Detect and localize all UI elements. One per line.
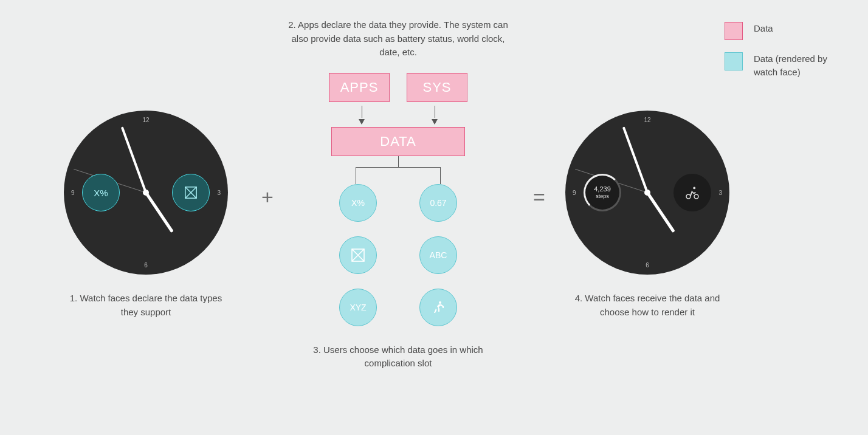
svg-point-9 [693, 187, 695, 189]
bubble-runner [419, 289, 457, 326]
plus-operator: + [261, 185, 274, 209]
equals-operator: = [533, 185, 545, 209]
stage-4: 12 3 6 9 4,239 steps 4. Watch faces rece… [559, 111, 735, 319]
svg-point-7 [686, 194, 691, 199]
source-row: APPS SYS [329, 73, 467, 102]
steps-value: 4,239 [594, 185, 611, 193]
watch-num-3: 3 [718, 190, 722, 196]
hour-hand [145, 192, 174, 233]
cyclist-icon [684, 185, 700, 200]
complication-steps: 4,239 steps [584, 174, 621, 211]
svg-point-6 [439, 301, 441, 304]
bubble-xyz: XYZ [339, 289, 377, 326]
apps-box: APPS [329, 73, 390, 102]
sys-box: SYS [407, 73, 467, 102]
split-connector [343, 156, 453, 184]
runner-icon [431, 300, 446, 315]
stage-1: 12 3 6 9 X% 1. Watch faces declare the d… [58, 111, 234, 319]
placeholder-box-icon [351, 248, 365, 262]
watch-face-rendered: 12 3 6 9 4,239 steps [565, 111, 729, 275]
complication-cycling [673, 174, 711, 211]
legend-row-data: Data [725, 22, 839, 40]
arrows-to-data [359, 106, 438, 125]
stage-2-caption: 2. Apps declare the data they provide. T… [283, 18, 514, 60]
legend-row-rendered: Data (rendered by watch face) [725, 52, 839, 79]
complication-percent-label: X% [94, 188, 108, 198]
watch-num-3: 3 [217, 190, 221, 196]
legend: Data Data (rendered by watch face) [725, 22, 839, 91]
bubble-decimal: 0.67 [419, 184, 457, 222]
arrow-apps [359, 106, 365, 125]
arrow-sys [432, 106, 438, 125]
data-bubbles: X% 0.67 ABC XYZ [339, 184, 457, 326]
legend-label-data: Data [754, 22, 773, 35]
bubble-abc: ABC [419, 236, 457, 274]
watch-num-9: 9 [573, 190, 576, 196]
minute-hand [622, 126, 649, 193]
legend-label-rendered: Data (rendered by watch face) [754, 52, 839, 79]
swatch-pink [725, 22, 743, 40]
bubble-percent: X% [339, 184, 377, 222]
watch-hub [143, 190, 149, 196]
svg-point-8 [694, 194, 698, 199]
placeholder-box-icon [184, 186, 198, 199]
watch-face-declare: 12 3 6 9 X% [64, 111, 228, 275]
complication-slot-right [172, 174, 210, 211]
stage-4-caption: 4. Watch faces receive the data and choo… [562, 292, 732, 319]
watch-num-12: 12 [142, 117, 149, 123]
stage-2-3: 2. Apps declare the data they provide. T… [280, 18, 517, 371]
hour-hand [646, 192, 675, 233]
watch-num-6: 6 [144, 262, 148, 269]
watch-hub [644, 190, 650, 196]
complication-slot-left: X% [82, 174, 120, 211]
watch-num-6: 6 [646, 262, 649, 269]
stage-1-caption: 1. Watch faces declare the data types th… [61, 292, 231, 319]
watch-num-12: 12 [644, 117, 650, 123]
watch-num-9: 9 [71, 190, 75, 196]
data-box: DATA [331, 127, 465, 156]
bubble-image-placeholder [339, 236, 377, 274]
minute-hand [121, 126, 147, 193]
steps-label: steps [596, 193, 609, 200]
data-flow: APPS SYS DATA X% 0.67 ABC XYZ [329, 73, 467, 326]
swatch-cyan [725, 52, 743, 70]
stage-3-caption: 3. Users choose which data goes in which… [307, 343, 489, 371]
